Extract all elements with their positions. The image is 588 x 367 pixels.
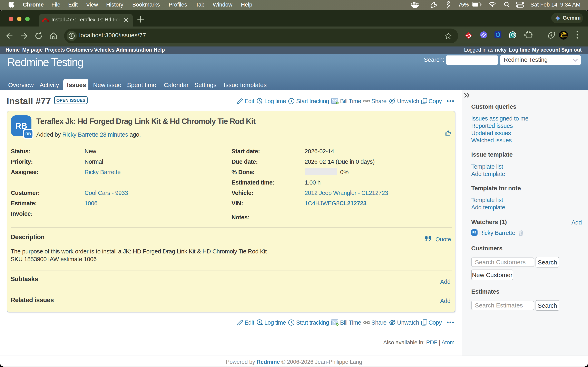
svg-text:Fabrication: Fabrication <box>560 35 568 37</box>
